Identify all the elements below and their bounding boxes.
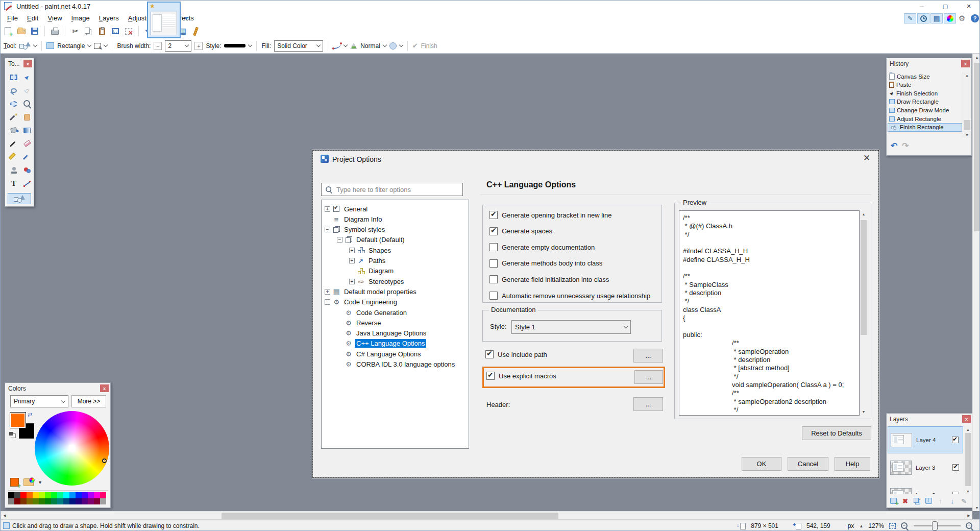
tool-shapes[interactable]	[8, 193, 31, 204]
shape-kind-label[interactable]: Rectangle	[57, 42, 85, 50]
fit-to-window-icon[interactable]	[889, 523, 896, 529]
palette-swatch[interactable]	[100, 492, 106, 498]
menu-file[interactable]: File	[3, 12, 22, 24]
layers-panel-close-icon[interactable]: x	[962, 415, 971, 423]
option-checkbox[interactable]	[489, 275, 498, 283]
expand-icon[interactable]: +	[349, 248, 355, 253]
horizontal-scrollbar[interactable]: ◀ ▶	[1, 511, 972, 519]
scroll-right-icon[interactable]: ▶	[965, 512, 972, 520]
palette-swatch[interactable]	[51, 498, 57, 504]
palette-swatch[interactable]	[57, 492, 63, 498]
move-layer-up-button[interactable]: ↑	[935, 496, 946, 506]
scroll-up-icon[interactable]: ▲	[860, 211, 867, 218]
ok-button[interactable]: OK	[742, 457, 781, 471]
expand-icon[interactable]: +	[325, 206, 330, 212]
minimize-button[interactable]: ─	[910, 1, 934, 12]
palette-swatch[interactable]	[69, 498, 76, 504]
expand-icon[interactable]: +	[325, 289, 330, 295]
history-panel-toggle[interactable]	[917, 13, 929, 23]
tool-clone-stamp[interactable]	[8, 164, 19, 176]
tool-paint-bucket[interactable]	[8, 125, 19, 136]
tool-pencil[interactable]	[8, 151, 19, 162]
layer-visibility-checkbox[interactable]	[952, 492, 959, 494]
curve-type-icon[interactable]	[333, 43, 341, 49]
option-checkbox[interactable]	[489, 292, 498, 300]
palette-swatch[interactable]	[76, 498, 82, 504]
option-checkbox[interactable]	[489, 259, 498, 268]
palette-swatch[interactable]	[94, 492, 100, 498]
tree-item[interactable]: ≡Diagram Info	[322, 214, 469, 224]
blend-chevron-icon[interactable]	[383, 43, 387, 47]
delete-layer-button[interactable]: ✖	[900, 496, 911, 506]
settings-gear-icon[interactable]: ⚙	[959, 14, 965, 22]
tool-recolor[interactable]	[21, 164, 33, 176]
scroll-up-icon[interactable]: ▲	[964, 426, 972, 432]
palette-swatch[interactable]	[69, 492, 76, 498]
explicit-macros-checkbox[interactable]	[486, 372, 495, 380]
palette-swatch[interactable]	[45, 492, 51, 498]
tool-paintbrush[interactable]	[8, 138, 19, 149]
move-layer-down-button[interactable]: ↓	[947, 496, 958, 506]
dialog-close-icon[interactable]: ✕	[863, 153, 870, 163]
menu-edit[interactable]: Edit	[22, 12, 43, 24]
tree-item[interactable]: +▦Default model properties	[322, 286, 469, 297]
shape-dropdown-chevron-icon[interactable]	[87, 43, 91, 47]
palette-swatch[interactable]	[45, 498, 51, 504]
maximize-button[interactable]: ▢	[934, 1, 957, 12]
palette-swatch[interactable]	[57, 498, 63, 504]
tool-magic-wand[interactable]	[8, 111, 19, 123]
collapse-icon[interactable]: −	[325, 299, 330, 305]
tree-item[interactable]: +«»Stereotypes	[322, 276, 469, 286]
layers-panel-toggle[interactable]: ▤	[930, 13, 943, 23]
palette-swatch[interactable]	[14, 498, 20, 504]
palette-swatch[interactable]	[82, 498, 88, 504]
history-item[interactable]: Adjust Rectangle	[888, 114, 962, 123]
header-browse-button[interactable]: ...	[633, 397, 663, 411]
tool-color-picker[interactable]	[21, 151, 33, 162]
scroll-down-icon[interactable]: ▼	[963, 132, 971, 138]
colors-panel-toggle[interactable]	[944, 13, 956, 23]
history-panel-close-icon[interactable]: x	[961, 60, 970, 67]
fill-combo[interactable]: Solid Color	[274, 40, 323, 52]
image-list-chevron-icon[interactable]: ▼	[183, 15, 189, 22]
image-tab[interactable]: ★	[147, 2, 181, 38]
palette-swatch[interactable]	[27, 498, 33, 504]
curve-chevron-icon[interactable]	[344, 43, 348, 47]
layer-row[interactable]: Layer 2	[888, 481, 963, 494]
primary-color-swatch[interactable]	[10, 413, 26, 428]
style-chevron-icon[interactable]	[248, 43, 252, 47]
units-label[interactable]: px	[848, 522, 854, 529]
cut-button[interactable]: ✂	[70, 27, 80, 36]
history-item[interactable]: Draw Rectangle	[888, 98, 962, 106]
scrollbar-thumb[interactable]	[965, 433, 971, 486]
palette-swatch[interactable]	[100, 498, 106, 504]
scroll-up-icon[interactable]: ▲	[963, 72, 971, 78]
stroke-style-icon[interactable]	[224, 44, 246, 47]
tree-item[interactable]: ⚙Code Generation	[322, 307, 469, 318]
menu-image[interactable]: Image	[67, 12, 94, 24]
brush-width-decrease-button[interactable]: −	[154, 42, 162, 50]
palette-swatch[interactable]	[76, 492, 82, 498]
palette-swatch[interactable]	[63, 498, 69, 504]
tree-item[interactable]: ⚙C++ Language Options	[322, 339, 469, 349]
preview-scrollbar[interactable]: ▲ ▼	[860, 211, 867, 415]
scrollbar-thumb[interactable]	[974, 63, 980, 231]
menu-layers[interactable]: Layers	[94, 12, 124, 24]
palette-swatch[interactable]	[88, 498, 94, 504]
finish-label[interactable]: Finish	[421, 42, 437, 50]
palette-swatch[interactable]	[39, 498, 45, 504]
scroll-down-icon[interactable]: ▼	[860, 408, 867, 415]
copy-button[interactable]	[84, 27, 93, 36]
palette-swatch[interactable]	[27, 492, 33, 498]
scrollbar-thumb[interactable]	[861, 220, 867, 335]
include-path-checkbox[interactable]	[485, 350, 494, 358]
colors-panel-close-icon[interactable]: x	[100, 384, 109, 392]
vertical-scrollbar[interactable]: ▲ ▼	[972, 54, 980, 511]
expand-icon[interactable]: +	[349, 258, 355, 263]
rulers-button[interactable]	[191, 27, 201, 36]
tool-line-curve[interactable]	[21, 178, 33, 189]
color-wheel-selector[interactable]	[102, 458, 107, 463]
tools-panel-toggle[interactable]: ✎	[904, 13, 916, 23]
tool-move-selection[interactable]: ►	[21, 85, 33, 96]
antialias-chevron-icon[interactable]	[399, 43, 403, 47]
